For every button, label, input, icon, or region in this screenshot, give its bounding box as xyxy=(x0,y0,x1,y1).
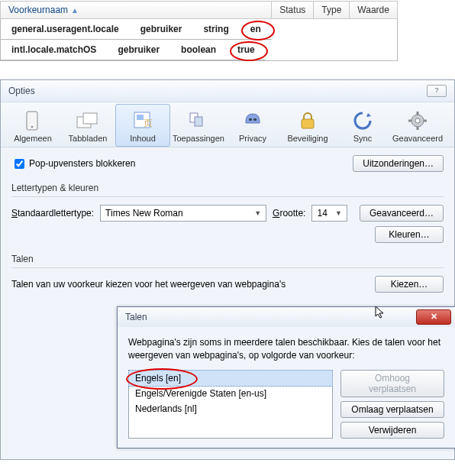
tab-sync[interactable]: Sync xyxy=(335,104,390,147)
col-type[interactable]: Type xyxy=(314,2,350,19)
config-table: Voorkeurnaam▲ Status Type Waarde general… xyxy=(0,1,398,61)
chevron-down-icon: ▼ xyxy=(254,209,261,217)
fonts-heading: Lettertypen & kleuren xyxy=(11,183,444,193)
pref-name: intl.locale.matchOS xyxy=(1,40,107,60)
sync-icon xyxy=(350,109,376,132)
pref-type: string xyxy=(192,19,239,40)
gear-icon xyxy=(405,109,431,132)
pref-value: true xyxy=(227,40,266,60)
tab-label: Beveiliging xyxy=(282,134,333,143)
sort-asc-icon: ▲ xyxy=(71,6,79,15)
tabs-icon xyxy=(75,109,101,132)
langs-description: Talen van uw voorkeur kiezen voor het we… xyxy=(11,279,286,290)
content-icon: 页 xyxy=(130,109,156,132)
tab-beveiliging[interactable]: Beveiliging xyxy=(280,104,335,147)
tab-label: Privacy xyxy=(228,134,278,143)
fonts-advanced-button[interactable]: Geavanceerd… xyxy=(360,205,444,222)
tab-toepassingen[interactable]: Toepassingen xyxy=(170,104,225,147)
talen-title: Talen xyxy=(118,312,147,322)
default-font-label: SStandaardlettertype:tandaardlettertype: xyxy=(11,208,94,219)
tab-label: Inhoud xyxy=(118,134,168,143)
category-toolbar: Algemeen Tabbladen 页 Inhoud Toepassingen… xyxy=(1,102,454,147)
tab-label: Geavanceerd xyxy=(392,134,443,143)
col-status[interactable]: Status xyxy=(272,2,314,19)
tab-privacy[interactable]: Privacy xyxy=(225,104,280,147)
remove-button[interactable]: Verwijderen xyxy=(340,422,444,439)
cursor-icon xyxy=(374,306,388,319)
privacy-icon xyxy=(240,109,266,132)
move-up-button[interactable]: Omhoog verplaatsen xyxy=(340,370,444,397)
svg-rect-8 xyxy=(195,117,202,126)
pref-status: gebruiker xyxy=(107,40,170,60)
pref-value: en xyxy=(240,19,272,40)
tab-inhoud[interactable]: 页 Inhoud xyxy=(115,104,170,147)
svg-point-13 xyxy=(415,118,420,123)
talen-titlebar[interactable]: Talen ✕ xyxy=(118,307,455,327)
size-select[interactable]: 14 ▼ xyxy=(311,205,347,222)
col-value[interactable]: Waarde xyxy=(350,2,398,19)
font-select-value: Times New Roman xyxy=(105,208,183,219)
svg-rect-5 xyxy=(137,115,144,120)
pref-status: gebruiker xyxy=(130,19,193,40)
popup-blocker-checkbox[interactable] xyxy=(15,159,24,169)
tab-label: Sync xyxy=(337,134,388,143)
talen-intro: Webpagina's zijn soms in meerdere talen … xyxy=(128,336,444,362)
options-window: Opties ? Algemeen Tabbladen 页 Inhoud To xyxy=(0,79,455,460)
close-button[interactable]: ✕ xyxy=(416,309,451,325)
list-item[interactable]: Nederlands [nl] xyxy=(129,401,332,416)
titlebar[interactable]: Opties ? xyxy=(1,80,454,102)
svg-rect-10 xyxy=(253,118,257,121)
table-row[interactable]: intl.locale.matchOS gebruiker boolean tr… xyxy=(1,40,272,60)
svg-rect-11 xyxy=(302,119,314,128)
list-item-label: Engels [en] xyxy=(135,373,181,384)
help-icon[interactable]: ? xyxy=(427,85,447,97)
tab-geavanceerd[interactable]: Geavanceerd xyxy=(390,104,445,147)
popup-blocker-label: Pop-upvensters blokkeren xyxy=(29,158,135,169)
languages-listbox[interactable]: Engels [en] Engels/Verenigde Staten [en-… xyxy=(128,370,333,439)
talen-dialog: Talen ✕ Webpagina's zijn soms in meerder… xyxy=(117,306,455,448)
size-label: Grootte: xyxy=(273,208,305,219)
svg-rect-9 xyxy=(249,118,252,121)
pref-type: boolean xyxy=(170,40,227,60)
tab-label: Toepassingen xyxy=(173,134,223,143)
tab-algemeen[interactable]: Algemeen xyxy=(5,104,60,147)
chevron-down-icon: ▼ xyxy=(335,209,342,217)
apps-icon xyxy=(185,109,211,132)
general-icon xyxy=(20,109,46,132)
svg-point-1 xyxy=(31,126,34,128)
svg-rect-3 xyxy=(83,113,97,124)
col-name[interactable]: Voorkeurnaam▲ xyxy=(1,2,272,19)
svg-text:页: 页 xyxy=(144,118,153,128)
tab-tabbladen[interactable]: Tabbladen xyxy=(60,104,115,147)
lock-icon xyxy=(295,109,321,132)
langs-heading: Talen xyxy=(11,254,444,264)
colors-button[interactable]: Kleuren… xyxy=(375,226,444,243)
move-down-button[interactable]: Omlaag verplaatsen xyxy=(340,401,444,418)
window-title: Opties xyxy=(8,86,35,96)
font-select[interactable]: Times New Roman ▼ xyxy=(100,205,266,222)
tab-label: Tabbladen xyxy=(63,134,113,143)
list-item[interactable]: Engels [en] xyxy=(128,370,333,387)
size-value: 14 xyxy=(317,208,327,219)
tab-label: Algemeen xyxy=(8,134,58,143)
table-row[interactable]: general.useragent.locale gebruiker strin… xyxy=(1,19,272,40)
exceptions-button[interactable]: Uitzonderingen… xyxy=(353,155,444,172)
pref-name: general.useragent.locale xyxy=(1,19,130,40)
choose-languages-button[interactable]: Kiezen… xyxy=(375,276,444,293)
